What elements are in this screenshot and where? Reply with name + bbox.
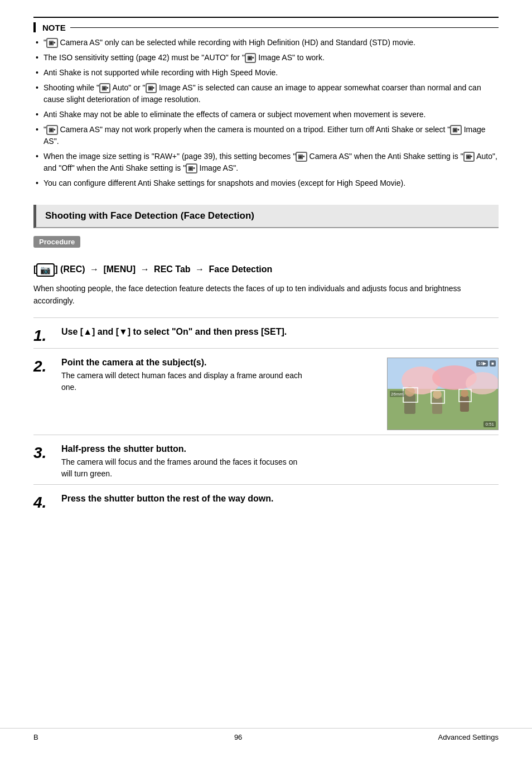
note-item-7: When the image size setting is "RAW+" (p… xyxy=(33,151,499,174)
note-item-6: "▣• Camera AS" may not work properly whe… xyxy=(33,124,499,147)
image-as-icon-7c: ▣• xyxy=(186,163,197,173)
procedure-container: Procedure xyxy=(33,236,499,255)
svg-rect-9 xyxy=(460,396,469,412)
image-as-icon-6b: ▣• xyxy=(450,125,462,135)
image-as-icon-2: ▣• xyxy=(245,53,257,63)
step-3-number: 3. xyxy=(33,444,61,461)
note-item-8: You can configure different Anti Shake s… xyxy=(33,177,499,189)
arrow-1: → xyxy=(90,264,99,274)
camera-as-icon-7b: ▣• xyxy=(463,152,475,162)
note-item-3: Anti Shake is not supported while record… xyxy=(33,67,499,79)
step-2-image: 16▶ ■ 26mm 0:51 xyxy=(387,358,499,430)
step-2-with-image: Point the camera at the subject(s). The … xyxy=(61,358,499,430)
step-1: 1. Use [▲] and [▼] to select "On" and th… xyxy=(33,317,499,348)
section-heading: Shooting with Face Detection (Face Detec… xyxy=(33,205,499,228)
ui-indicator-rec: 16▶ xyxy=(476,360,488,367)
step-2-number: 2. xyxy=(33,358,61,374)
note-title: NOTE xyxy=(33,22,499,32)
ui-indicator-mode: ■ xyxy=(490,360,496,367)
footer-right: Advanced Settings xyxy=(438,733,499,741)
note-title-line xyxy=(70,27,499,28)
note-title-text: NOTE xyxy=(42,23,66,32)
camera-ui-left: 26mm xyxy=(390,390,404,397)
note-item-4: Shooting while "▣• Auto" or "▣• Image AS… xyxy=(33,82,499,105)
nav-path: [📷] (REC) → [MENU] → REC Tab → Face Dete… xyxy=(33,263,499,277)
description-text: When shooting people, the face detection… xyxy=(33,282,499,307)
step-3-title: Half-press the shutter button. xyxy=(61,444,499,454)
camera-preview: 16▶ ■ 26mm 0:51 xyxy=(388,358,498,430)
step-3: 3. Half-press the shutter button. The ca… xyxy=(33,435,499,484)
step-3-desc: The camera will focus and the frames aro… xyxy=(61,456,307,480)
footer-left: B xyxy=(33,733,38,741)
note-list: "▣• Camera AS" only can be selected whil… xyxy=(33,37,499,189)
steps-container: 1. Use [▲] and [▼] to select "On" and th… xyxy=(33,317,499,515)
note-item-5: Anti Shake may not be able to eliminate … xyxy=(33,109,499,120)
note-item-1: "▣• Camera AS" only can be selected whil… xyxy=(33,37,499,49)
step-2-desc: The camera will detect human faces and d… xyxy=(61,370,307,393)
step-4-content: Press the shutter button the rest of the… xyxy=(61,494,499,506)
svg-point-10 xyxy=(461,389,468,397)
arrow-2: → xyxy=(141,264,149,274)
step-4-number: 4. xyxy=(33,494,61,510)
note-item-2: The ISO sensitivity setting (page 42) mu… xyxy=(33,52,499,64)
image-as-icon-4b: ▣• xyxy=(146,83,157,93)
procedure-badge: Procedure xyxy=(33,236,80,248)
step-4-title: Press the shutter button the rest of the… xyxy=(61,494,499,504)
camera-as-icon-7: ▣• xyxy=(296,152,307,162)
section-title-text: Shooting with Face Detection (Face Detec… xyxy=(45,210,254,221)
step-1-number: 1. xyxy=(33,327,61,344)
note-section: NOTE "▣• Camera AS" only can be selected… xyxy=(33,17,499,189)
svg-rect-5 xyxy=(404,394,415,414)
step-4: 4. Press the shutter button the rest of … xyxy=(33,484,499,515)
camera-ui-bottom: 0:51 xyxy=(483,421,496,427)
rec-icon: 📷 xyxy=(36,263,55,277)
camera-as-icon-4a: ▣• xyxy=(99,83,111,93)
step-2-title: Point the camera at the subject(s). xyxy=(61,358,376,368)
footer-center: 96 xyxy=(234,733,242,741)
svg-point-4 xyxy=(466,372,499,394)
svg-rect-7 xyxy=(432,397,442,414)
step-2: 2. Point the camera at the subject(s). T… xyxy=(33,348,499,435)
camera-as-icon-1: ▣• xyxy=(46,38,58,48)
step-1-title: Use [▲] and [▼] to select "On" and then … xyxy=(61,327,499,337)
camera-as-icon-6: ▣• xyxy=(46,125,58,135)
camera-ui-top: 16▶ ■ xyxy=(476,360,496,367)
arrow-3: → xyxy=(195,264,204,274)
step-1-content: Use [▲] and [▼] to select "On" and then … xyxy=(61,327,499,339)
step-2-content: Point the camera at the subject(s). The … xyxy=(61,358,499,430)
step-3-content: Half-press the shutter button. The camer… xyxy=(61,444,499,480)
svg-point-8 xyxy=(433,390,442,399)
page-footer: B 96 Advanced Settings xyxy=(0,728,532,746)
step-2-text: Point the camera at the subject(s). The … xyxy=(61,358,376,430)
